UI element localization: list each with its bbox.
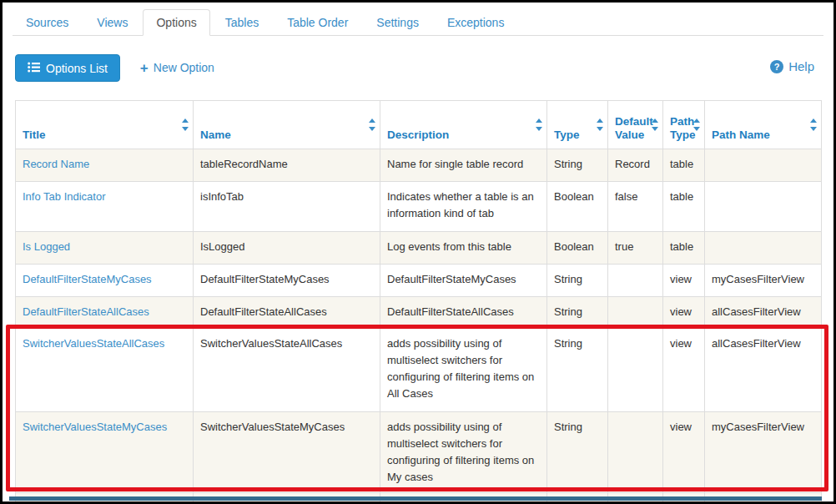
cell-default-value (608, 412, 663, 493)
table-row: DefaultFilterStateMyCasesDefaultFilterSt… (16, 265, 822, 297)
sort-arrows-icon[interactable] (369, 118, 375, 131)
option-title-link[interactable]: Record Name (23, 158, 89, 170)
cell-type: Boolean (547, 232, 608, 265)
column-header-label: Name (200, 129, 231, 141)
cell-default-value: false (608, 182, 663, 232)
sort-arrows-icon[interactable] (597, 118, 603, 131)
column-header-default-value[interactable]: Default Value (608, 101, 663, 149)
table-row: Is LoggedIsLoggedLog events from this ta… (16, 232, 822, 265)
cell-description: Log events from this table (380, 232, 547, 265)
cell-default-value: Record (608, 149, 663, 182)
cell-title: SwitcherValuesStateMyCases (16, 412, 194, 493)
cell-title: DefaultFilterStateMyCases (16, 265, 194, 297)
tab-link-sources[interactable]: Sources (13, 9, 82, 36)
cell-type: Boolean (547, 182, 608, 232)
column-header-label: Description (387, 129, 449, 141)
options-list-button-label: Options List (46, 62, 108, 75)
cell-path-name (705, 149, 822, 182)
cell-path-type: table (663, 182, 705, 232)
cell-type: String (547, 265, 608, 297)
column-header-label: Title (23, 129, 46, 141)
table-row: SwitcherValuesStateAllCasesSwitcherValue… (16, 329, 822, 412)
cell-default-value (608, 297, 663, 329)
column-header-title[interactable]: Title (16, 101, 194, 149)
cell-path-name: allCasesFilterView (705, 297, 822, 329)
options-table: TitleNameDescriptionTypeDefault ValuePat… (15, 100, 822, 504)
tab-bar: SourcesViewsOptionsTablesTable OrderSett… (3, 3, 833, 36)
tab-views: Views (83, 9, 141, 36)
sort-arrows-icon[interactable] (652, 118, 658, 131)
list-icon (28, 62, 40, 75)
option-title-link[interactable]: Info Tab Indicator (23, 190, 106, 203)
app-window: SourcesViewsOptionsTablesTable OrderSett… (0, 0, 836, 504)
new-option-label: New Option (154, 54, 214, 82)
cell-name: DefaultFilterStateMyCases (194, 265, 380, 297)
option-title-link[interactable]: Is Logged (23, 240, 70, 253)
tab-link-table-order[interactable]: Table Order (274, 9, 361, 36)
cell-title: DefaultFilterStateAllCases (16, 297, 194, 329)
cell-description: Indicates whether a table is an informat… (380, 182, 547, 232)
cell-path-type: table (663, 232, 705, 265)
cell-default-value: true (608, 232, 663, 265)
cell-name: isInfoTab (194, 182, 380, 232)
cell-name: DefaultFilterStateAllCases (194, 297, 380, 329)
table-row: SwitcherValuesStateMyCasesSwitcherValues… (16, 412, 822, 493)
sort-arrows-icon[interactable] (693, 118, 700, 131)
table-row: Record NametableRecordNameName for singl… (16, 149, 822, 182)
tab-link-exceptions[interactable]: Exceptions (434, 9, 517, 36)
option-title-link[interactable]: SwitcherValuesStateMyCases (23, 421, 167, 433)
sort-arrows-icon[interactable] (182, 118, 189, 131)
cell-title: Record Name (16, 149, 194, 182)
cell-path-type: view (663, 265, 705, 297)
cell-type: String (547, 297, 608, 329)
cell-path-name: allCasesFilterView (705, 329, 822, 412)
table-row: Info Tab IndicatorisInfoTabIndicates whe… (16, 182, 822, 232)
cell-name: IsLogged (194, 232, 380, 265)
tab-exceptions: Exceptions (434, 9, 517, 36)
question-circle-icon: ? (770, 60, 783, 73)
cell-path-type: table (663, 149, 705, 182)
column-header-label: Type (554, 129, 580, 141)
cell-path-name (705, 182, 822, 232)
tab-table-order: Table Order (274, 9, 361, 36)
option-title-link[interactable]: DefaultFilterStateAllCases (23, 305, 149, 318)
options-list-button[interactable]: Options List (15, 54, 120, 82)
cell-name: SwitcherValuesStateAllCases (194, 329, 380, 412)
cell-path-type: view (663, 412, 705, 493)
help-label: Help (788, 59, 814, 73)
tab-sources: Sources (13, 9, 82, 36)
tab-link-settings[interactable]: Settings (363, 9, 432, 36)
column-header-type[interactable]: Type (547, 101, 608, 149)
column-header-description[interactable]: Description (380, 101, 547, 149)
sort-arrows-icon[interactable] (810, 118, 817, 131)
help-link[interactable]: ? Help (770, 59, 814, 73)
cell-path-type: view (663, 329, 705, 412)
new-option-link[interactable]: + New Option (140, 54, 214, 82)
table-row: DefaultFilterStateAllCasesDefaultFilterS… (16, 297, 822, 329)
option-title-link[interactable]: DefaultFilterStateMyCases (23, 273, 152, 285)
column-header-name[interactable]: Name (194, 101, 380, 149)
column-header-path-type[interactable]: Path Type (663, 101, 705, 149)
plus-icon: + (140, 61, 149, 75)
tab-tables: Tables (212, 9, 272, 36)
tab-link-options[interactable]: Options (143, 9, 209, 36)
cell-description: Name for single table record (380, 149, 547, 182)
cell-path-name: myCasesFilterView (705, 412, 822, 493)
tab-link-views[interactable]: Views (83, 9, 141, 36)
cell-path-name (705, 232, 822, 265)
cell-path-name: myCasesFilterView (705, 265, 822, 297)
column-header-label: Default Value (615, 115, 653, 141)
cell-type: String (547, 412, 608, 493)
tab-link-tables[interactable]: Tables (212, 9, 272, 36)
cell-type: String (547, 329, 608, 412)
cell-description: DefaultFilterStateAllCases (380, 297, 547, 329)
column-header-path-name[interactable]: Path Name (705, 101, 822, 149)
column-header-label: Path Type (670, 115, 696, 141)
cell-name: tableRecordName (194, 149, 380, 182)
option-title-link[interactable]: SwitcherValuesStateAllCases (23, 337, 164, 350)
sort-arrows-icon[interactable] (536, 118, 542, 131)
cell-default-value (608, 265, 663, 297)
tab-settings: Settings (363, 9, 432, 36)
cell-title: Is Logged (16, 232, 194, 265)
cell-name: SwitcherValuesStateMyCases (194, 412, 380, 493)
